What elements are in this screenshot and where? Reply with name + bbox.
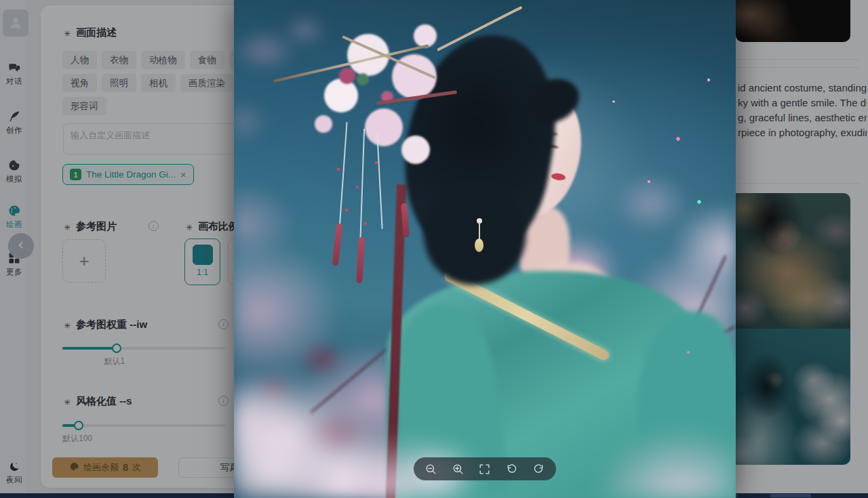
rotate-right-icon[interactable] <box>528 459 549 479</box>
fullscreen-icon[interactable] <box>475 459 495 479</box>
sparkle-particles <box>234 0 736 498</box>
zoom-in-icon[interactable] <box>448 459 468 479</box>
zoom-out-icon[interactable] <box>421 459 441 479</box>
image-preview[interactable] <box>234 0 736 498</box>
viewer-toolbar <box>414 457 556 480</box>
rotate-left-icon[interactable] <box>502 459 522 479</box>
app-root: 对话 创作 模拟 绘画 更多 <box>0 0 868 498</box>
